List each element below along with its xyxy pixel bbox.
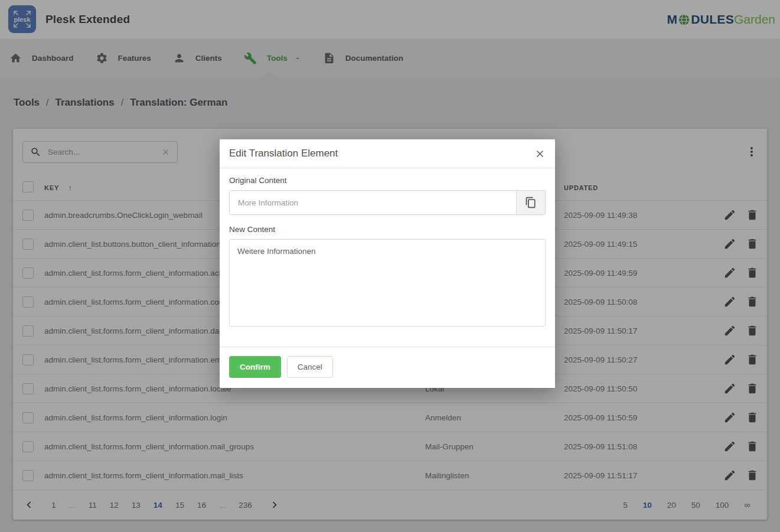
copy-button[interactable] bbox=[516, 191, 545, 214]
original-content-label: Original Content bbox=[229, 176, 546, 185]
new-content-label: New Content bbox=[229, 225, 546, 234]
new-content-textarea[interactable]: Weitere Informationen bbox=[229, 239, 546, 327]
modal-header: Edit Translation Element bbox=[220, 139, 555, 168]
confirm-button[interactable]: Confirm bbox=[229, 356, 281, 378]
original-content-input bbox=[230, 191, 516, 214]
cancel-button[interactable]: Cancel bbox=[287, 356, 333, 378]
modal-footer: Confirm Cancel bbox=[220, 347, 555, 388]
close-icon[interactable] bbox=[534, 148, 546, 159]
modal-title: Edit Translation Element bbox=[229, 148, 338, 159]
edit-translation-modal: Edit Translation Element Original Conten… bbox=[220, 139, 555, 388]
copy-icon bbox=[525, 197, 537, 208]
original-content-group bbox=[229, 190, 546, 215]
modal-body: Original Content New Content Weitere Inf… bbox=[220, 168, 555, 347]
